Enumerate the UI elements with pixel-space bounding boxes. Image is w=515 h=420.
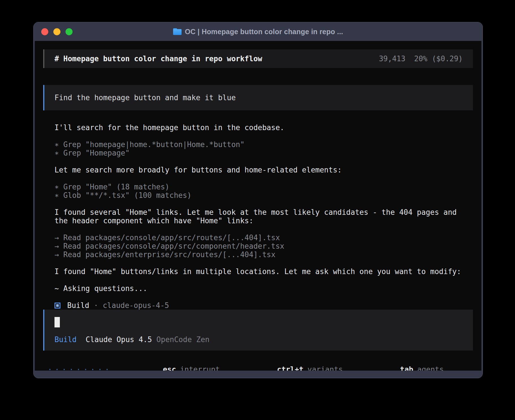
window-titlebar[interactable]: OC | Homepage button color change in rep… xyxy=(34,22,483,41)
terminal-window: OC | Homepage button color change in rep… xyxy=(33,22,483,378)
session-title: # Homepage button color change in repo w… xyxy=(54,54,262,63)
tool-call-read: → Read packages/console/app/src/routes/[… xyxy=(54,233,473,242)
zoom-button[interactable] xyxy=(66,28,73,35)
agent-badge-icon xyxy=(54,303,60,309)
tool-call-group: ∗ Grep "Home" (18 matches) ∗ Glob "**/*.… xyxy=(54,183,473,200)
assistant-response: I'll search for the homepage button in t… xyxy=(43,123,473,310)
hint-label: interrupt xyxy=(180,365,220,371)
context-usage: 20% ($0.29) xyxy=(414,54,463,63)
hint-key: tab xyxy=(400,365,413,371)
terminal-content: # Homepage button color change in repo w… xyxy=(35,41,481,371)
tool-call-grep: ∗ Grep "homepage|home.*button|Home.*butt… xyxy=(54,140,473,149)
assistant-paragraph: I found "Home" buttons/links in multiple… xyxy=(54,267,473,276)
window-title: OC | Homepage button color change in rep… xyxy=(185,28,343,36)
status-bar-right: ctrl+tvariants tabagents ctrl+pcommands xyxy=(220,357,481,371)
hint-key: ctrl+t xyxy=(277,365,304,371)
user-message: Find the homepage button and make it blu… xyxy=(43,85,473,110)
working-status: ~ Asking questions... xyxy=(54,284,473,293)
agent-status-line: Build · claude-opus-4-5 xyxy=(54,301,473,310)
folder-icon xyxy=(173,28,182,35)
minimize-button[interactable] xyxy=(53,28,60,35)
text-cursor xyxy=(54,317,60,327)
session-stats: 39,413 20% ($0.29) xyxy=(379,54,463,63)
assistant-paragraph: I found several "Home" links. Let me loo… xyxy=(54,208,473,225)
active-agent: Build xyxy=(54,335,77,344)
tool-call-group: ∗ Grep "homepage|home.*button|Home.*butt… xyxy=(54,140,473,157)
prompt-input[interactable]: Build Claude Opus 4.5 OpenCode Zen xyxy=(43,310,473,351)
agent-model: claude-opus-4-5 xyxy=(103,301,169,310)
close-button[interactable] xyxy=(41,28,48,35)
status-bar: · · · · · · · · · escinterrupt ctrl+tvar… xyxy=(43,357,473,371)
tool-call-grep: ∗ Grep "Homepage" xyxy=(54,149,473,157)
assistant-paragraph: I'll search for the homepage button in t… xyxy=(54,123,473,132)
tool-call-read: → Read packages/console/app/src/componen… xyxy=(54,242,473,250)
hint-label: variants xyxy=(307,365,343,371)
hint-key: esc xyxy=(163,365,176,371)
hint-agents: tabagents xyxy=(356,357,444,371)
status-bar-left: · · · · · · · · · escinterrupt xyxy=(48,357,220,371)
tool-call-read: → Read packages/enterprise/src/routes/[.… xyxy=(54,250,473,259)
session-header: # Homepage button color change in repo w… xyxy=(43,49,473,68)
input-model-line: Build Claude Opus 4.5 OpenCode Zen xyxy=(54,335,463,344)
hint-commands: ctrl+pcommands xyxy=(457,357,481,371)
hint-interrupt: escinterrupt xyxy=(119,357,220,371)
token-count: 39,413 xyxy=(379,54,405,63)
tool-call-glob: ∗ Glob "**/*.tsx" (100 matches) xyxy=(54,191,473,200)
tool-call-grep: ∗ Grep "Home" (18 matches) xyxy=(54,183,473,191)
hint-label: agents xyxy=(417,365,444,371)
separator-dot: · xyxy=(94,301,98,310)
active-model: Claude Opus 4.5 xyxy=(86,335,152,344)
traffic-lights xyxy=(41,28,73,35)
tool-call-group: → Read packages/console/app/src/routes/[… xyxy=(54,233,473,259)
spinner-dots-icon: · · · · · · · · · xyxy=(48,365,108,371)
model-provider: OpenCode Zen xyxy=(156,335,210,344)
hint-variants: ctrl+tvariants xyxy=(233,357,343,371)
user-message-text: Find the homepage button and make it blu… xyxy=(54,93,236,102)
agent-name: Build xyxy=(67,301,89,310)
assistant-paragraph: Let me search more broadly for buttons a… xyxy=(54,166,473,174)
